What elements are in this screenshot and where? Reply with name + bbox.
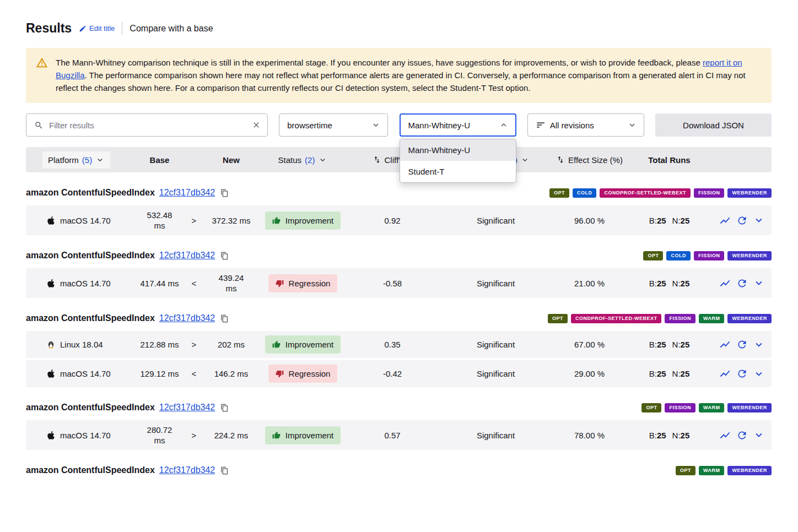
test-dropdown-wrap: Mann-Whitney-U Mann-Whitney-UStudent-T [400,113,516,137]
graph-button[interactable] [719,215,731,226]
experimental-warning-banner: The Mann-Whitney comparison technique is… [26,48,772,103]
copy-button[interactable] [220,404,229,412]
new-runs-count: 25 [681,279,690,288]
result-group: amazon ContentfulSpeedIndex12cf317db342O… [26,465,772,475]
group-header: amazon ContentfulSpeedIndex12cf317db342O… [26,403,772,412]
significance-value: Significant [436,368,555,379]
tag-badge: WEBRENDER [727,314,772,323]
chevron-down-icon [627,120,637,130]
graph-button[interactable] [719,278,731,289]
expand-row-button[interactable] [753,368,765,380]
platform-cell: macOS 14.70 [26,279,136,288]
base-runs: B:25 [649,216,666,225]
test-name: amazon ContentfulSpeedIndex [26,313,155,323]
thumb-up-icon [272,431,281,439]
copy-button[interactable] [220,252,229,260]
expand-row-button[interactable] [753,214,765,226]
base-value: 532.48 ms [136,210,183,231]
revisions-dropdown[interactable]: All revisions [527,113,644,137]
test-option-menu-item[interactable]: Mann-Whitney-U [400,139,516,161]
copy-icon [220,252,229,260]
status-cell: Regression [257,274,348,292]
tag-badge: CONDPROF-SETTLED-WEBEXT [571,314,662,323]
group-header: amazon ContentfulSpeedIndex12cf317db342O… [26,313,772,323]
revision-link[interactable]: 12cf317db342 [159,188,215,198]
edit-title-button[interactable]: Edit title [79,24,115,32]
download-json-button[interactable]: Download JSON [655,113,772,137]
test-dropdown[interactable]: Mann-Whitney-U [400,113,516,137]
graph-button[interactable] [719,339,731,350]
status-filter-dropdown[interactable]: Status (2) [273,151,333,169]
copy-button[interactable] [220,466,229,475]
test-name: amazon ContentfulSpeedIndex [26,403,155,412]
effect-size-column-label: Effect Size (%) [568,155,623,165]
new-value: 439.24 ms [205,273,257,294]
status-cell: Regression [257,365,348,383]
base-value: 417.44 ms [136,278,183,289]
effect-size-value: 78.00 % [555,430,624,441]
group-header: amazon ContentfulSpeedIndex12cf317db342O… [26,188,772,198]
expand-row-button[interactable] [753,277,765,289]
cliffs-delta-value: 0.35 [348,339,436,350]
sort-icon [373,155,381,164]
test-name: amazon ContentfulSpeedIndex [26,251,155,260]
effect-size-value: 29.00 % [555,368,624,379]
expand-row-button[interactable] [753,339,765,351]
base-runs: B:25 [649,369,666,378]
row-actions [715,368,772,380]
new-value: 224.2 ms [205,430,257,441]
warning-text-end: . The performance comparison shown here … [56,70,746,93]
search-input[interactable] [49,121,246,130]
apple-icon [47,369,55,378]
total-runs-value: B:25N:25 [624,431,715,440]
retrigger-button[interactable] [736,430,748,441]
revision-link[interactable]: 12cf317db342 [159,465,215,475]
retrigger-button[interactable] [736,215,748,226]
effect-size-value: 21.00 % [555,278,624,289]
chart-line-icon [719,278,731,289]
revision-link[interactable]: 12cf317db342 [159,313,215,323]
cliffs-delta-value: -0.42 [348,368,436,379]
status-cell: Improvement [257,426,348,444]
revisions-dropdown-value: All revisions [550,121,623,130]
platform-filter-dropdown[interactable]: Platform (5) [42,151,110,169]
test-dropdown-menu: Mann-Whitney-UStudent-T [400,139,516,183]
copy-button[interactable] [220,314,229,323]
retrigger-button[interactable] [736,339,748,350]
refresh-icon [736,368,748,379]
clear-search-button[interactable] [252,121,261,129]
thumb-down-icon [276,279,284,287]
significance-value: Significant [436,430,555,441]
framework-dropdown[interactable]: browsertime [279,113,388,137]
tag-list: OPTWARMWEBRENDER [676,466,772,475]
base-value: 280.72 ms [136,425,183,446]
cliffs-delta-value: -0.58 [348,278,436,289]
copy-button[interactable] [220,189,229,197]
status-label: Regression [289,369,331,378]
graph-button[interactable] [719,368,731,379]
retrigger-button[interactable] [736,368,748,379]
result-group: amazon ContentfulSpeedIndex12cf317db342O… [26,313,772,387]
apple-icon [47,431,55,440]
tag-badge: WARM [699,403,725,412]
expand-row-button[interactable] [753,429,765,441]
chevron-down-icon [753,214,765,226]
effect-size-value: 67.00 % [555,339,624,350]
new-runs: N:25 [672,340,690,349]
new-runs-label: N: [672,340,681,349]
effect-size-sort-button[interactable]: Effect Size (%) [556,155,623,165]
retrigger-button[interactable] [736,278,748,289]
platform-filter-count: (5) [82,155,92,165]
graph-button[interactable] [719,430,731,441]
revision-link[interactable]: 12cf317db342 [159,251,215,260]
base-runs-label: B: [649,216,657,225]
test-name: amazon ContentfulSpeedIndex [26,188,155,198]
linux-icon [47,340,55,349]
chevron-down-icon [318,155,327,165]
status-label: Improvement [285,340,334,349]
test-option-menu-item[interactable]: Student-T [400,161,516,182]
effect-size-value: 96.00 % [555,215,624,226]
framework-dropdown-value: browsertime [287,121,332,130]
revision-link[interactable]: 12cf317db342 [159,403,215,412]
result-group: amazon ContentfulSpeedIndex12cf317db342O… [26,251,772,298]
